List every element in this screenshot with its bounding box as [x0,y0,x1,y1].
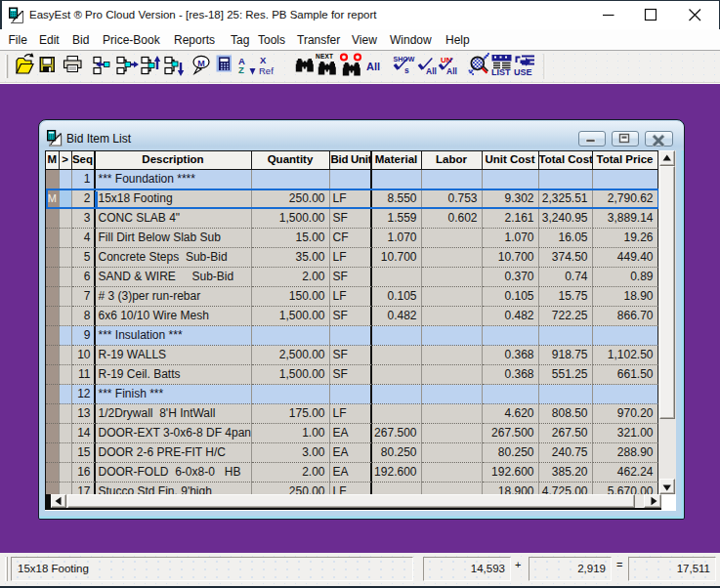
svg-text:Z: Z [238,64,244,75]
svg-text:NEXT: NEXT [316,53,333,60]
svg-text:USE: USE [514,67,532,77]
svg-text:LIST: LIST [491,67,511,77]
svg-text:All: All [426,66,437,76]
svg-text:All: All [366,61,380,72]
svg-text:Ref: Ref [259,65,274,76]
svg-text:X: X [260,55,267,65]
svg-text:s: s [404,65,409,75]
svg-text:M: M [197,59,205,68]
svg-text:All: All [446,66,457,76]
